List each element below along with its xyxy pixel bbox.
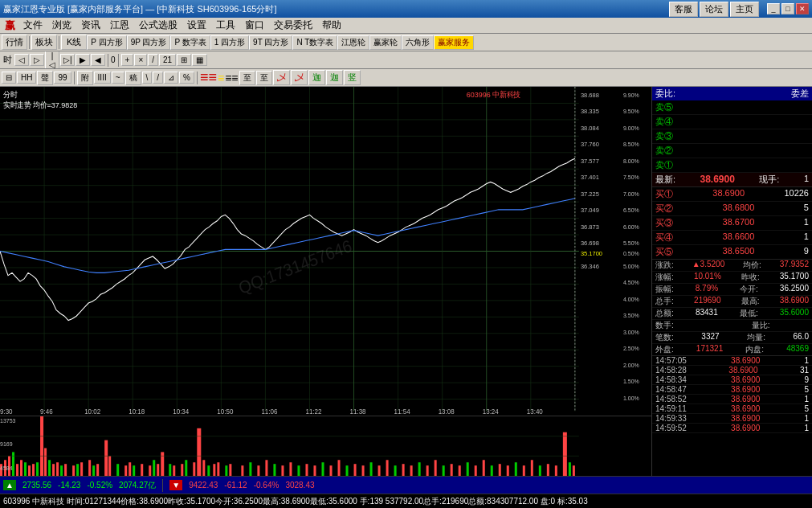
titlebar: 赢家江恩专业版 [赢家内部服务平台] — [中新科技 SH603996-165分…	[0, 0, 812, 18]
menu-help[interactable]: 帮助	[317, 17, 346, 34]
content-area: 分时 实时走势 均价=37.9828 603996 中新科技 9:30 9:46…	[0, 87, 812, 476]
svg-text:5.50%: 5.50%	[623, 240, 639, 247]
chart-main[interactable]: 分时 实时走势 均价=37.9828 603996 中新科技 9:30 9:46…	[0, 87, 651, 416]
tb2-extra3[interactable]: 乄	[273, 70, 290, 85]
svg-rect-163	[507, 465, 509, 476]
tb-c5[interactable]: ▶	[75, 54, 90, 66]
menu-trade[interactable]: 交易委托	[269, 17, 317, 34]
menu-formula[interactable]: 公式选股	[134, 17, 182, 34]
buy1-vol: 10226	[784, 188, 809, 200]
tb-kxian[interactable]: K线	[61, 35, 87, 50]
btn-zhuye[interactable]: 主页	[730, 2, 759, 17]
tb2-extra7[interactable]: 竖	[344, 70, 361, 85]
svg-rect-166	[531, 460, 533, 476]
menu-tools[interactable]: 工具	[211, 17, 240, 34]
svg-rect-167	[539, 465, 541, 476]
tb2-1[interactable]: ⊟	[2, 72, 16, 84]
btn-kefu[interactable]: 客服	[669, 2, 698, 17]
tb-p4[interactable]: P 四方形	[87, 35, 126, 50]
close-btn[interactable]: ✕	[796, 3, 809, 14]
menu-jiangen[interactable]: 江恩	[105, 17, 134, 34]
svg-rect-112	[133, 465, 135, 476]
stat-waipan: 外盘: 171321 内盘: 48369	[652, 344, 812, 356]
menu-file[interactable]: 文件	[18, 17, 47, 34]
tb2-extra5[interactable]: 迦	[308, 70, 325, 85]
tb-draw5[interactable]: ⊞	[177, 54, 191, 66]
svg-text:603996 中新科技: 603996 中新科技	[467, 91, 520, 99]
tb-c4[interactable]: ▷|	[60, 54, 75, 66]
minimize-btn[interactable]: _	[767, 3, 780, 14]
svg-text:11:22: 11:22	[305, 408, 321, 416]
buy2: 买② 38.6800 5	[652, 202, 812, 216]
sell3-label: 卖③	[655, 130, 673, 142]
tb-draw4[interactable]: 21	[159, 54, 176, 66]
svg-text:11:06: 11:06	[261, 408, 277, 416]
svg-rect-146	[370, 462, 373, 476]
tb2-3[interactable]: 聲	[37, 71, 53, 85]
tb2-4[interactable]: 99	[54, 72, 71, 84]
svg-rect-109	[116, 464, 119, 476]
menu-window[interactable]: 窗口	[240, 17, 269, 34]
menu-browse[interactable]: 浏览	[47, 17, 76, 34]
tb-9p4[interactable]: 9P 四方形	[127, 35, 171, 50]
buy5-price: 38.6500	[723, 246, 755, 258]
tb-draw1[interactable]: +	[121, 54, 134, 66]
svg-text:9.00%: 9.00%	[623, 125, 639, 132]
tb-c1[interactable]: ◁	[14, 54, 29, 66]
stat-zangjie: 涨跌: ▲3.5200 均价: 37.9352	[652, 260, 812, 272]
tb2-extra2[interactable]: 至	[256, 71, 272, 85]
trade-row-1: 14:57:05 38.6900 1	[652, 356, 812, 366]
tb-yingjialun[interactable]: 赢家轮	[369, 35, 402, 50]
tb2-8[interactable]: 稿	[125, 71, 141, 85]
tb-yingjia-service[interactable]: 赢家服务	[434, 35, 474, 50]
tb-pnum[interactable]: P 数字表	[170, 35, 210, 50]
current-price: 38.6900	[700, 174, 735, 186]
svg-text:9.50%: 9.50%	[623, 108, 639, 115]
svg-rect-152	[418, 462, 421, 476]
svg-text:37.577: 37.577	[581, 157, 599, 164]
svg-rect-149	[394, 465, 397, 476]
tb-draw3[interactable]: /	[148, 54, 158, 66]
tb-9t4[interactable]: 9T 四方形	[249, 35, 292, 50]
tb-ntnum[interactable]: N T数字表	[292, 35, 337, 50]
svg-rect-96	[48, 460, 51, 476]
tb2-extra4[interactable]: 乄	[291, 70, 308, 85]
svg-rect-118	[169, 464, 171, 476]
sell4-label: 卖④	[655, 116, 673, 128]
menu-settings[interactable]: 设置	[182, 17, 211, 34]
tb-jiangenlun[interactable]: 江恩轮	[337, 35, 369, 50]
btn-luntan[interactable]: 论坛	[700, 2, 728, 17]
tb2-extra6[interactable]: 迦	[326, 70, 343, 85]
svg-text:1.50%: 1.50%	[623, 378, 639, 385]
svg-rect-155	[443, 465, 445, 476]
tb2-extra1[interactable]: 至	[239, 71, 255, 85]
svg-rect-107	[104, 440, 108, 476]
tb2-draw3[interactable]: ⊿	[164, 72, 178, 84]
tb-liujiao[interactable]: 六角形	[402, 35, 434, 50]
tb2-2[interactable]: HH	[17, 72, 36, 84]
menu-logo[interactable]: 赢	[2, 18, 18, 33]
tb2-5[interactable]: 附	[77, 71, 93, 85]
tb2-6[interactable]: IIII	[94, 72, 111, 84]
sell2-label: 卖②	[655, 145, 673, 157]
tb2-draw1[interactable]: \	[142, 72, 153, 84]
maximize-btn[interactable]: □	[781, 3, 794, 14]
tb2-7[interactable]: ~	[112, 72, 124, 84]
tb-t4[interactable]: 1 四方形	[210, 35, 249, 50]
tb-draw2[interactable]: ×	[134, 54, 147, 66]
tb2-draw2[interactable]: /	[153, 72, 163, 84]
svg-text:10:02: 10:02	[84, 408, 100, 416]
svg-text:10:18: 10:18	[129, 408, 145, 416]
tb-draw6[interactable]: ▦	[192, 54, 207, 66]
tb-hangqing[interactable]: 行情	[2, 35, 27, 50]
tb-bankuai[interactable]: 板块	[31, 35, 57, 50]
tb2-draw4[interactable]: %	[179, 72, 194, 84]
tb-c3[interactable]: |◁	[45, 51, 59, 69]
tb-c2[interactable]: ▷	[30, 54, 44, 66]
menu-info[interactable]: 资讯	[76, 17, 105, 34]
buy1-label: 买①	[655, 188, 673, 200]
buy5-label: 买⑤	[655, 246, 673, 258]
tb-c6[interactable]: ◀	[91, 54, 105, 66]
svg-rect-143	[346, 465, 349, 476]
svg-text:6.00%: 6.00%	[623, 223, 639, 230]
